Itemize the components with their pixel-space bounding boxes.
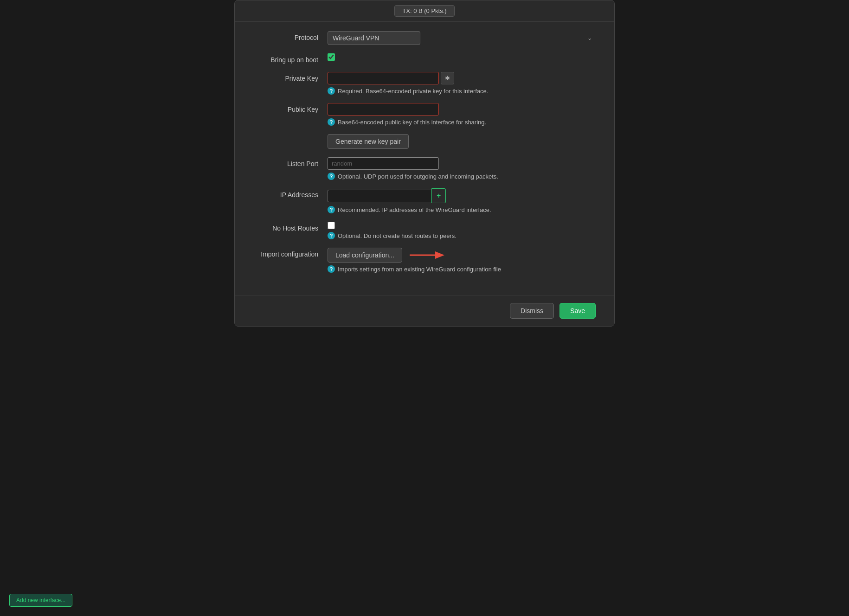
public-key-control: ? Base64-encoded public key of this inte… — [328, 103, 596, 126]
no-host-routes-input-row — [328, 222, 596, 229]
import-config-row: Import configuration Load configuration.… — [253, 248, 596, 273]
load-configuration-button[interactable]: Load configuration... — [328, 248, 402, 263]
listen-port-hint: ? Optional. UDP port used for outgoing a… — [328, 173, 596, 180]
protocol-control: WireGuard VPN OpenVPN IPsec ⌄ — [328, 31, 596, 45]
ip-hint-text: Recommended. IP addresses of the WireGua… — [338, 206, 491, 213]
generate-key-pair-button[interactable]: Generate new key pair — [328, 134, 409, 149]
ip-addresses-label: IP Addresses — [253, 188, 328, 199]
generate-spacer — [253, 134, 328, 137]
ip-addresses-row: IP Addresses + ? Recommended. IP address… — [253, 188, 596, 213]
ip-hint-icon: ? — [328, 206, 335, 213]
public-key-hint-text: Base64-encoded public key of this interf… — [338, 119, 486, 126]
public-key-input[interactable] — [328, 103, 439, 116]
generate-control: Generate new key pair — [328, 134, 596, 149]
no-host-routes-hint: ? Optional. Do not create host routes to… — [328, 232, 596, 239]
import-row: Load configuration... — [328, 248, 596, 263]
import-hint-text: Imports settings from an existing WireGu… — [338, 266, 501, 273]
protocol-select-wrapper: WireGuard VPN OpenVPN IPsec ⌄ — [328, 31, 596, 45]
import-hint-icon: ? — [328, 265, 335, 273]
public-key-row: Public Key ? Base64-encoded public key o… — [253, 103, 596, 126]
listen-port-hint-text: Optional. UDP port used for outgoing and… — [338, 173, 498, 180]
ip-add-button[interactable]: + — [431, 188, 446, 203]
ip-addresses-control: + ? Recommended. IP addresses of the Wir… — [328, 188, 596, 213]
no-host-routes-control: ? Optional. Do not create host routes to… — [328, 222, 596, 239]
protocol-row: Protocol WireGuard VPN OpenVPN IPsec ⌄ — [253, 31, 596, 45]
wireguard-dialog: TX: 0 B (0 Pkts.) Protocol WireGuard VPN… — [234, 0, 615, 327]
private-key-hint: ? Required. Base64-encoded private key f… — [328, 87, 596, 95]
ip-addresses-input[interactable] — [328, 190, 431, 202]
dialog-footer: Dismiss Save — [235, 295, 614, 326]
import-config-hint: ? Imports settings from an existing Wire… — [328, 265, 596, 273]
protocol-select[interactable]: WireGuard VPN OpenVPN IPsec — [328, 31, 420, 45]
ip-input-row: + — [328, 188, 596, 203]
listen-port-label: Listen Port — [253, 157, 328, 167]
boot-checkbox[interactable] — [328, 53, 335, 61]
no-host-routes-checkbox[interactable] — [328, 222, 335, 229]
no-host-routes-label: No Host Routes — [253, 222, 328, 232]
import-config-control: Load configuration... ? Imports settings… — [328, 248, 596, 273]
public-key-input-row — [328, 103, 596, 116]
boot-label: Bring up on boot — [253, 53, 328, 64]
no-host-routes-row: No Host Routes ? Optional. Do not create… — [253, 222, 596, 239]
red-arrow-icon — [410, 249, 447, 262]
private-key-input[interactable] — [328, 72, 439, 84]
private-key-hint-text: Required. Base64-encoded private key for… — [338, 88, 488, 95]
listen-port-input[interactable] — [328, 157, 439, 170]
tx-bar: TX: 0 B (0 Pkts.) — [235, 0, 614, 22]
public-key-hint-icon: ? — [328, 118, 335, 126]
save-button[interactable]: Save — [560, 303, 596, 319]
public-key-hint: ? Base64-encoded public key of this inte… — [328, 118, 596, 126]
tx-badge: TX: 0 B (0 Pkts.) — [394, 5, 454, 17]
add-new-interface-button[interactable]: Add new interface... — [9, 594, 72, 607]
listen-port-hint-icon: ? — [328, 173, 335, 180]
private-key-label: Private Key — [253, 72, 328, 82]
private-key-row: Private Key ✱ ? Required. Base64-encoded… — [253, 72, 596, 95]
generate-row: Generate new key pair — [253, 134, 596, 149]
private-key-toggle-button[interactable]: ✱ — [441, 72, 454, 84]
protocol-label: Protocol — [253, 31, 328, 41]
dismiss-button[interactable]: Dismiss — [510, 303, 554, 319]
arrow-indicator — [410, 249, 447, 262]
import-config-label: Import configuration — [253, 248, 328, 258]
listen-port-control: ? Optional. UDP port used for outgoing a… — [328, 157, 596, 180]
protocol-chevron-icon: ⌄ — [587, 35, 592, 41]
public-key-label: Public Key — [253, 103, 328, 113]
boot-row: Bring up on boot — [253, 53, 596, 64]
private-key-control: ✱ ? Required. Base64-encoded private key… — [328, 72, 596, 95]
listen-port-row: Listen Port ? Optional. UDP port used fo… — [253, 157, 596, 180]
boot-control — [328, 53, 596, 61]
svg-marker-1 — [435, 251, 444, 259]
listen-port-input-row — [328, 157, 596, 170]
no-host-routes-hint-text: Optional. Do not create host routes to p… — [338, 232, 457, 239]
private-key-input-row: ✱ — [328, 72, 596, 84]
ip-addresses-hint: ? Recommended. IP addresses of the WireG… — [328, 206, 596, 213]
no-host-routes-hint-icon: ? — [328, 232, 335, 239]
private-key-hint-icon: ? — [328, 87, 335, 95]
